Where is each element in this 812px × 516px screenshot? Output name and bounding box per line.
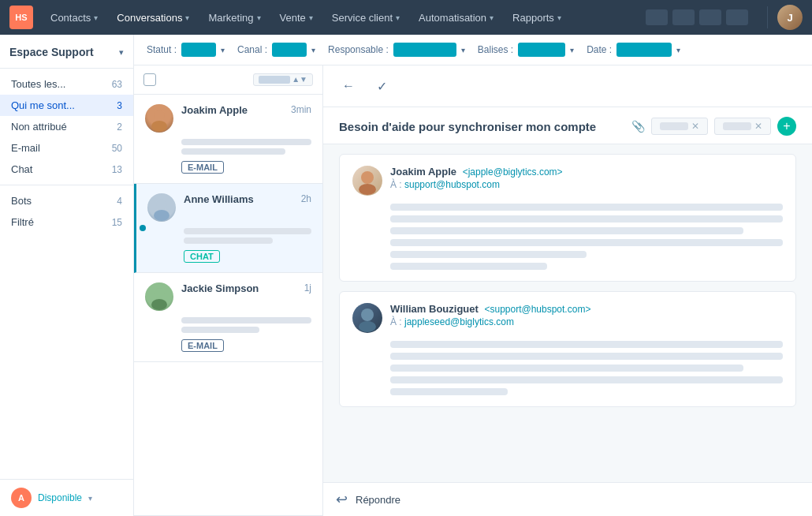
svg-point-4	[154, 288, 165, 299]
tag-close-icon-2[interactable]: ✕	[754, 121, 762, 132]
back-button[interactable]: ←	[336, 73, 361, 99]
conv-avatar-joakim	[145, 104, 173, 133]
filter-date[interactable]: Date : ▾	[587, 43, 680, 57]
svg-point-9	[359, 321, 376, 332]
nav-contacts[interactable]: Contacts ▾	[43, 9, 106, 27]
svg-point-0	[154, 110, 165, 121]
sidebar-item-bots[interactable]: Bots 4	[0, 190, 133, 211]
status-chevron-icon: ▾	[88, 494, 92, 503]
sidebar-item-mine[interactable]: Qui me sont... 3	[0, 95, 133, 116]
date-filter-value[interactable]	[616, 43, 672, 57]
svg-point-1	[151, 121, 167, 132]
topnav-icon-4[interactable]	[726, 9, 748, 25]
nav-conversations[interactable]: Conversations ▾	[109, 9, 197, 27]
tag-placeholder-1	[660, 122, 688, 130]
msg-sender-info-joakim: Joakim Apple <japple@biglytics.com> À : …	[390, 166, 783, 190]
balises-chevron-icon: ▾	[570, 46, 574, 54]
detail-footer: ↩ Répondre	[323, 482, 812, 516]
sidebar-item-all[interactable]: Toutes les... 63	[0, 73, 133, 95]
message-card-william: William Bouziguet <support@hubspot.com> …	[339, 291, 796, 407]
user-avatar[interactable]: J	[777, 5, 803, 30]
nav-rapports[interactable]: Rapports ▾	[505, 9, 569, 27]
nav-service[interactable]: Service client ▾	[324, 9, 408, 27]
balises-filter-value[interactable]	[518, 43, 565, 57]
svg-point-7	[359, 184, 376, 195]
conv-badge-chat: CHAT	[184, 250, 220, 263]
conversation-list: ▲▼ Joakim Apple	[134, 65, 323, 516]
filter-responsable[interactable]: Responsable : ▾	[328, 43, 465, 57]
reply-icon[interactable]: ↩	[336, 491, 348, 508]
conv-badge-email-jackie: E-MAIL	[181, 339, 224, 352]
availability-status: Disponible	[38, 492, 82, 503]
msg-avatar-joakim	[352, 166, 382, 196]
conversation-item-anne[interactable]: Anne Williams 2h CHAT	[134, 184, 322, 273]
chevron-down-icon: ▾	[396, 13, 400, 22]
topnav-icon-2[interactable]	[672, 9, 695, 25]
svg-point-5	[151, 299, 167, 310]
sidebar-header: Espace Support ▾	[0, 35, 133, 69]
conv-badge-email: E-MAIL	[181, 161, 224, 174]
tag-placeholder-2	[723, 122, 751, 130]
chevron-down-icon: ▾	[557, 13, 561, 22]
select-all-checkbox[interactable]	[143, 73, 156, 86]
responsable-filter-value[interactable]	[393, 43, 456, 57]
tag-close-icon-1[interactable]: ✕	[691, 121, 699, 132]
msg-lines-william	[352, 341, 783, 395]
sidebar-title: Espace Support	[9, 46, 94, 58]
filter-statut[interactable]: Statut : ▾	[147, 43, 225, 57]
nav-marketing[interactable]: Marketing ▾	[200, 9, 268, 27]
sidebar-divider	[0, 185, 133, 185]
svg-point-3	[154, 210, 169, 221]
sidebar-item-filtered[interactable]: Filtré 15	[0, 211, 133, 233]
sidebar-item-unassigned[interactable]: Non attribué 2	[0, 116, 133, 137]
sidebar-dropdown-icon[interactable]: ▾	[119, 47, 124, 58]
topnav-icon-1[interactable]	[646, 9, 668, 25]
filter-bar: Statut : ▾ Canal : ▾ Responsable : ▾ Bal…	[134, 35, 812, 65]
sort-control[interactable]: ▲▼	[253, 73, 313, 86]
conv-line	[181, 317, 311, 323]
sort-arrows-icon: ▲▼	[292, 76, 307, 84]
canal-chevron-icon: ▾	[311, 46, 315, 54]
paperclip-icon: 📎	[631, 120, 645, 133]
nav-automatisation[interactable]: Automatisation ▾	[411, 9, 501, 27]
conv-avatar-jackie	[145, 282, 173, 311]
msg-avatar-william	[352, 303, 382, 333]
sort-bar	[259, 76, 290, 84]
responsable-chevron-icon: ▾	[461, 46, 465, 54]
subject-tag-2[interactable]: ✕	[714, 118, 771, 135]
filter-canal[interactable]: Canal : ▾	[237, 43, 315, 57]
statut-filter-value[interactable]	[181, 43, 216, 57]
subject-actions: 📎 ✕ ✕ +	[631, 117, 796, 136]
chevron-down-icon: ▾	[94, 13, 98, 22]
sidebar-item-chat[interactable]: Chat 13	[0, 159, 133, 180]
date-chevron-icon: ▾	[676, 46, 680, 54]
msg-lines-joakim	[352, 204, 783, 270]
sidebar-item-email[interactable]: E-mail 50	[0, 137, 133, 159]
check-button[interactable]: ✓	[369, 73, 394, 99]
svg-point-2	[156, 199, 167, 210]
canal-filter-value[interactable]	[272, 43, 307, 57]
reply-button[interactable]: Répondre	[356, 494, 400, 506]
sidebar: Espace Support ▾ Toutes les... 63 Qui me…	[0, 35, 134, 516]
hubspot-logo[interactable]: HS	[9, 6, 33, 29]
conv-line	[184, 228, 311, 234]
detail-toolbar: ← ✓	[323, 65, 812, 107]
chevron-down-icon: ▾	[309, 13, 313, 22]
filter-balises[interactable]: Balises : ▾	[478, 43, 574, 57]
subject-tag-1[interactable]: ✕	[651, 118, 708, 135]
panels: ▲▼ Joakim Apple	[134, 65, 812, 516]
nav-vente[interactable]: Vente ▾	[272, 9, 321, 27]
message-card-joakim: Joakim Apple <japple@biglytics.com> À : …	[339, 154, 796, 282]
topnav-icon-3[interactable]	[699, 9, 721, 25]
svg-point-6	[361, 171, 374, 184]
conversation-item-joakim[interactable]: Joakim Apple 3min E-MAIL	[134, 95, 322, 184]
chevron-down-icon: ▾	[490, 13, 494, 22]
conv-line	[181, 327, 259, 333]
chevron-down-icon: ▾	[185, 13, 189, 22]
add-tag-button[interactable]: +	[777, 117, 796, 136]
conv-line	[181, 148, 285, 155]
conversation-item-jackie[interactable]: Jackie Simpson 1j E-MAIL	[134, 273, 322, 362]
conv-line	[184, 237, 273, 244]
conv-avatar-anne	[147, 193, 176, 222]
sidebar-footer[interactable]: A Disponible ▾	[0, 479, 133, 516]
